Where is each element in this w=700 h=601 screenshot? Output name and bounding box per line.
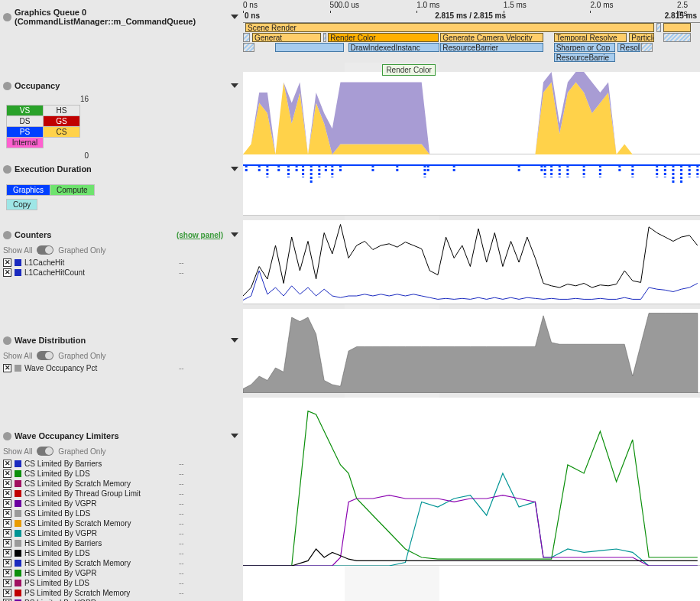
graphed-only-toggle[interactable] [37,447,53,456]
checkbox[interactable]: ✕ [3,529,11,538]
graphed-only-label: Graphed Only [58,352,105,360]
block-blue[interactable] [275,43,344,52]
legend-internal: Internal [7,138,44,148]
chevron-down-icon[interactable] [231,232,238,237]
list-item[interactable]: ✕PS Limited By VGPR-- [2,598,241,601]
chart-counters[interactable] [243,220,700,304]
wave-lim-header[interactable]: Wave Occupancy Limiters [2,427,241,445]
graphics-queue-title: Graphics Queue 0 (CommandListManager::m_… [15,8,228,26]
block-other[interactable] [663,23,691,32]
ruler-tick: 500.0 us [330,1,359,9]
graphics-queue-header[interactable]: Graphics Queue 0 (CommandListManager::m_… [2,3,241,31]
block-gen-cam-vel[interactable]: Generate Camera Velocity [440,33,543,42]
color-swatch [15,560,21,567]
block-particle[interactable]: Particle [629,33,653,42]
list-item[interactable]: ✕CS Limited By Scratch Memory-- [2,479,241,489]
gear-icon[interactable] [3,82,11,90]
wave-dist-header[interactable]: Wave Distribution [2,331,241,349]
block-resol[interactable]: Resol [617,43,640,52]
chevron-down-icon[interactable] [231,338,238,343]
checkbox[interactable]: ✕ [3,268,11,277]
item-value: -- [179,499,240,508]
list-item[interactable]: ✕HS Limited By VGPR-- [2,568,241,578]
gear-icon[interactable] [3,432,11,440]
timeline-lanes[interactable]: Scene Render Generat Render Color Genera… [243,23,700,63]
block-hatch[interactable] [641,43,653,52]
svg-occupancy [243,72,700,154]
block-hatch[interactable] [243,33,250,42]
block-hatch[interactable] [656,23,661,32]
wave-dist-title: Wave Distribution [15,336,228,345]
list-item[interactable]: ✕GS Limited By VGPR-- [2,528,241,538]
list-item[interactable]: ✕HS Limited By Barriers-- [2,538,241,548]
list-item[interactable]: ✕CS Limited By VGPR-- [2,499,241,508]
checkbox[interactable]: ✕ [3,469,11,478]
list-item[interactable]: ✕PS Limited By LDS-- [2,578,241,588]
occupancy-zero: 0 [2,151,93,160]
list-item[interactable]: ✕HS Limited By Scratch Memory-- [2,558,241,568]
chevron-down-icon[interactable] [231,15,238,19]
chevron-down-icon[interactable] [231,167,238,171]
chart-occupancy[interactable] [243,72,700,154]
list-item[interactable]: ✕Wave Occupancy Pct-- [2,363,241,373]
checkbox[interactable]: ✕ [3,539,11,547]
gear-icon[interactable] [3,165,11,174]
chart-wave-lim[interactable] [243,398,700,566]
checkbox[interactable]: ✕ [3,489,11,498]
counters-showall-row: Show All Graphed Only [2,244,241,258]
checkbox[interactable]: ✕ [3,589,11,597]
block-draw-indexed[interactable]: DrawIndexedInstanc [348,43,440,52]
chevron-down-icon[interactable] [231,434,238,438]
list-item[interactable]: ✕L1CacheHitCount-- [2,268,241,278]
block-hatch[interactable] [663,33,691,42]
list-item[interactable]: ✕CS Limited By Thread Group Limit-- [2,489,241,499]
graphed-only-toggle[interactable] [37,351,53,360]
block-render-color[interactable]: Render Color [328,33,439,42]
ruler-tick: 2.0 ms [590,1,613,9]
chart-wave-dist[interactable] [243,309,700,393]
list-item[interactable]: ✕GS Limited By Scratch Memory-- [2,518,241,528]
block-temporal[interactable]: Temporal Resolve [554,33,627,42]
checkbox[interactable]: ✕ [3,519,11,528]
gear-icon[interactable] [3,336,11,345]
checkbox[interactable]: ✕ [3,559,11,567]
gear-icon[interactable] [3,231,11,239]
occupancy-header[interactable]: Occupancy [2,76,241,95]
svg-exec [243,154,700,216]
gear-icon[interactable] [3,13,11,21]
exec-duration-header[interactable]: Execution Duration [2,160,241,178]
list-item[interactable]: ✕HS Limited By LDS-- [2,548,241,558]
list-item[interactable]: ✕L1CacheHit-- [2,258,241,268]
checkbox[interactable]: ✕ [3,258,11,267]
time-ruler[interactable]: 0 ns500.0 us1.0 ms1.5 ms2.0 ms2.5 ms 0 n… [243,0,700,23]
color-swatch [15,480,21,487]
color-swatch [15,460,21,467]
chart-exec-duration[interactable] [243,154,700,216]
range-left: 0 ns [245,11,260,20]
block-sharpen[interactable]: Sharpen or Cop [554,43,616,52]
checkbox[interactable]: ✕ [3,509,11,518]
checkbox[interactable]: ✕ [3,579,11,587]
item-value: -- [179,578,240,588]
block-hatch[interactable] [243,43,254,52]
checkbox[interactable]: ✕ [3,364,11,372]
block-generat[interactable]: Generat [252,33,321,42]
checkbox[interactable]: ✕ [3,499,11,508]
item-value: -- [179,363,240,373]
checkbox[interactable]: ✕ [3,460,11,468]
list-item[interactable]: ✕CS Limited By Barriers-- [2,459,241,469]
block-hatch[interactable] [323,33,326,42]
checkbox[interactable]: ✕ [3,549,11,557]
show-panel-link[interactable]: (show panel) [177,231,223,239]
counters-header[interactable]: Counters (show panel) [2,226,241,244]
graphed-only-toggle[interactable] [37,245,53,255]
list-item[interactable]: ✕CS Limited By LDS-- [2,469,241,479]
list-item[interactable]: ✕GS Limited By LDS-- [2,508,241,518]
checkbox[interactable]: ✕ [3,569,11,577]
checkbox[interactable]: ✕ [3,479,11,488]
block-res-barrie[interactable]: ResourceBarrie [554,53,616,62]
block-res-barrier[interactable]: ResourceBarrier [440,43,543,52]
block-scene-render[interactable]: Scene Render [245,23,654,32]
list-item[interactable]: ✕PS Limited By Scratch Memory-- [2,588,241,598]
chevron-down-icon[interactable] [231,83,238,88]
